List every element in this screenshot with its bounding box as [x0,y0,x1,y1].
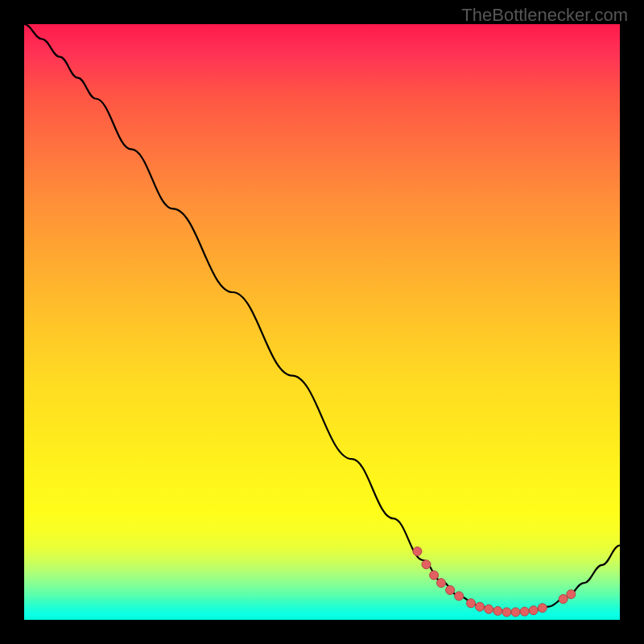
chart-plot-area [24,24,620,620]
data-point [455,592,464,601]
data-point [476,602,485,611]
data-point [413,547,422,555]
data-point [538,604,547,613]
data-point [559,595,568,604]
data-point [567,590,576,599]
data-point [422,560,431,569]
bottleneck-curve [24,24,620,612]
watermark-text: TheBottlenecker.com [461,5,628,26]
data-point [529,606,538,615]
data-point [437,579,446,588]
chart-svg [24,24,620,620]
data-point [446,586,455,595]
data-point [430,571,439,580]
data-point [485,605,493,613]
data-point [502,608,511,617]
data-point [520,607,529,616]
data-point [467,599,476,608]
data-point [511,608,520,617]
data-point [493,606,502,615]
